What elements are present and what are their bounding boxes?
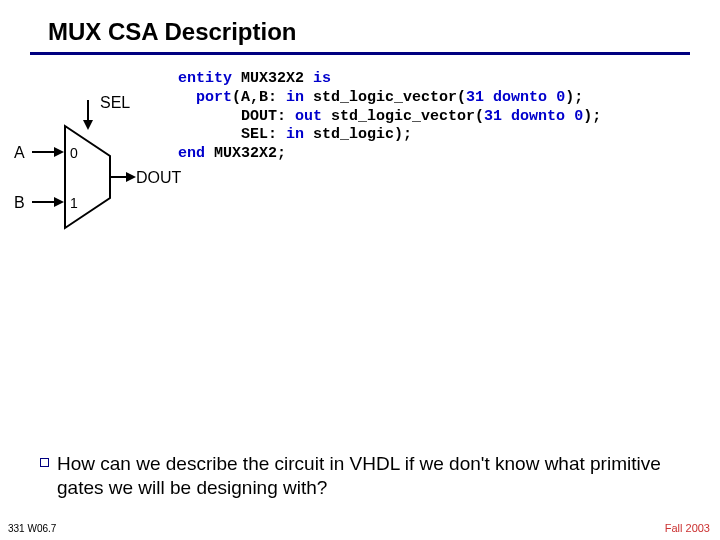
svg-marker-5 <box>54 197 64 207</box>
sel-label: SEL <box>100 94 130 112</box>
svg-marker-7 <box>126 172 136 182</box>
mux-input-0: 0 <box>70 145 78 161</box>
bullet-icon <box>40 458 49 467</box>
title-underline <box>30 52 690 55</box>
dout-label: DOUT <box>136 169 181 187</box>
mux-diagram: 0 1 SEL A B DOUT <box>10 66 180 246</box>
page-title: MUX CSA Description <box>48 18 720 46</box>
footer-right: Fall 2003 <box>665 522 710 534</box>
footer-left: 331 W06.7 <box>8 523 56 534</box>
vhdl-code: entity MUX32X2 is port(A,B: in std_logic… <box>178 70 601 164</box>
mux-svg: 0 1 <box>10 66 180 246</box>
question-text: How can we describe the circuit in VHDL … <box>57 452 680 500</box>
question-row: How can we describe the circuit in VHDL … <box>40 452 680 500</box>
a-label: A <box>14 144 25 162</box>
b-label: B <box>14 194 25 212</box>
svg-marker-8 <box>65 126 110 228</box>
title-area: MUX CSA Description <box>0 0 720 55</box>
svg-marker-1 <box>83 120 93 130</box>
mux-input-1: 1 <box>70 195 78 211</box>
svg-marker-3 <box>54 147 64 157</box>
